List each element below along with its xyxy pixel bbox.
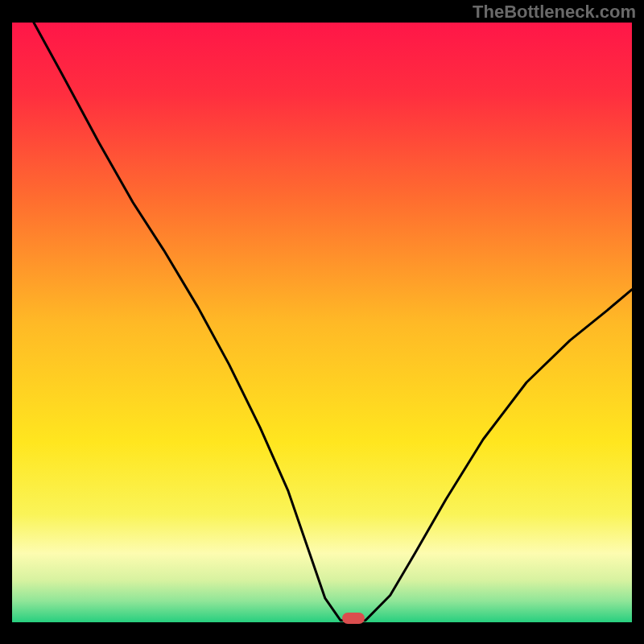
bottleneck-plot: [0, 0, 644, 644]
watermark-text: TheBottleneck.com: [473, 2, 636, 23]
bottleneck-marker: [342, 613, 365, 624]
plot-background: [12, 23, 632, 622]
chart-container: TheBottleneck.com: [0, 0, 644, 644]
